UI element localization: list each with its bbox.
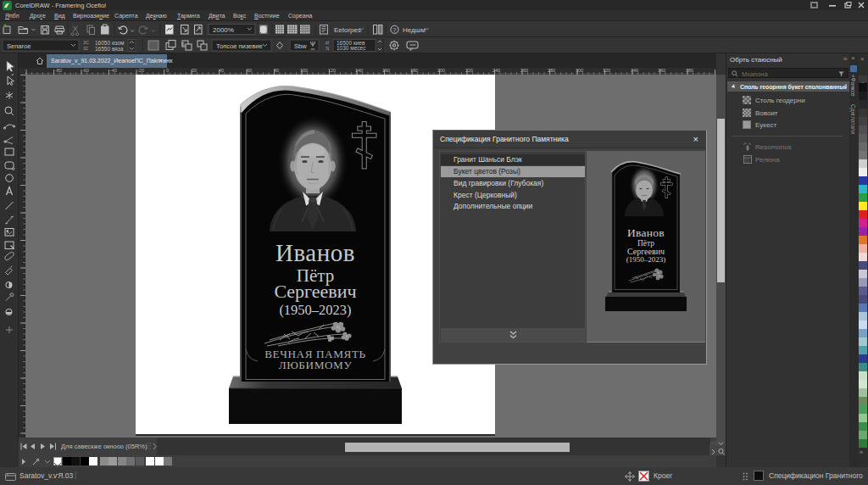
svg-text:200: 200 bbox=[437, 68, 445, 73]
svg-text:80: 80 bbox=[274, 68, 279, 73]
svg-text:16550 вяза: 16550 вяза bbox=[95, 46, 124, 52]
svg-text:Иванов: Иванов bbox=[627, 226, 665, 239]
svg-text:140: 140 bbox=[355, 68, 363, 73]
svg-text:-80: -80 bbox=[55, 68, 62, 73]
svg-text:Недшм: Недшм bbox=[403, 26, 426, 34]
svg-text:40: 40 bbox=[219, 68, 224, 73]
svg-text:2000%: 2000% bbox=[213, 26, 234, 34]
svg-text:260: 260 bbox=[520, 68, 528, 73]
svg-text:160: 160 bbox=[382, 68, 390, 73]
svg-text:Eetorpes: Eetorpes bbox=[334, 26, 361, 34]
svg-text:-20: -20 bbox=[137, 68, 144, 73]
svg-text:⇅: ⇅ bbox=[326, 46, 330, 51]
svg-text:20: 20 bbox=[192, 68, 197, 73]
svg-text:-60: -60 bbox=[82, 68, 89, 73]
svg-text:16050 изом: 16050 изом bbox=[95, 40, 125, 46]
svg-text:⇄: ⇄ bbox=[326, 40, 330, 45]
svg-text:120: 120 bbox=[328, 68, 336, 73]
svg-text:240: 240 bbox=[492, 68, 500, 73]
svg-text:220: 220 bbox=[465, 68, 473, 73]
svg-text:Sbw: Sbw bbox=[294, 42, 307, 50]
svg-text:60: 60 bbox=[247, 68, 252, 73]
svg-text:3С: 3С bbox=[83, 40, 89, 45]
svg-text:32: 32 bbox=[83, 46, 88, 51]
svg-text:280: 280 bbox=[548, 68, 555, 73]
svg-text:0: 0 bbox=[166, 68, 169, 73]
svg-text:Иванов: Иванов bbox=[275, 239, 355, 266]
svg-text:Топсое пизевие: Топсое пизевие bbox=[216, 42, 263, 50]
svg-text:300: 300 bbox=[576, 68, 583, 73]
svg-text:Сергеевич: Сергеевич bbox=[627, 247, 665, 256]
svg-text:180: 180 bbox=[410, 68, 418, 73]
svg-text:380: 380 bbox=[686, 68, 693, 73]
svg-text:ЛЮБИМОМУ: ЛЮБИМОМУ bbox=[279, 359, 353, 371]
svg-text:100: 100 bbox=[300, 68, 308, 73]
svg-text:Сергеевич: Сергеевич bbox=[274, 281, 356, 302]
svg-text:320: 320 bbox=[603, 68, 610, 73]
svg-text:?: ? bbox=[392, 26, 397, 34]
svg-text:1030 месес: 1030 месес bbox=[337, 45, 366, 51]
svg-text:(1950–2023): (1950–2023) bbox=[626, 255, 666, 264]
svg-text:360: 360 bbox=[658, 68, 665, 73]
svg-text:(1950–2023): (1950–2023) bbox=[279, 302, 351, 318]
svg-text:340: 340 bbox=[631, 68, 638, 73]
svg-text:-40: -40 bbox=[110, 68, 117, 73]
svg-text:Senaroe: Senaroe bbox=[7, 42, 31, 50]
svg-text:Б: Б bbox=[181, 42, 185, 47]
